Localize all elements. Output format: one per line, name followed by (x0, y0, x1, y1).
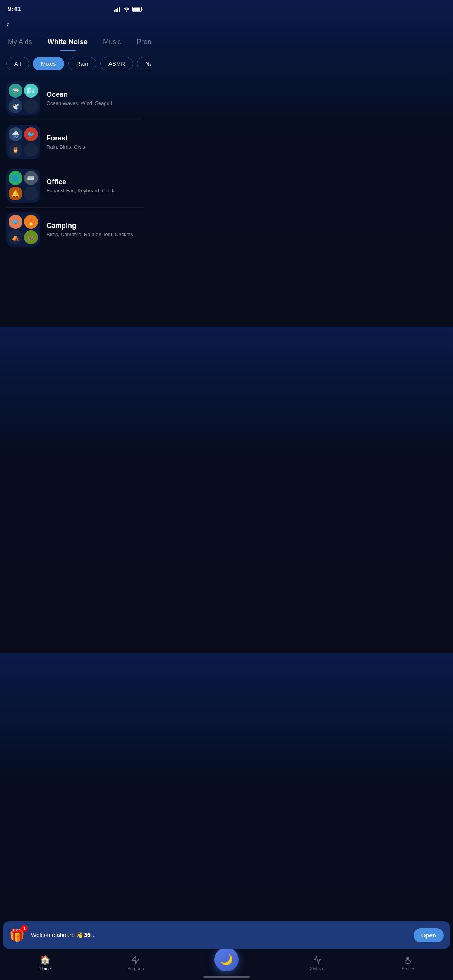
status-icons (114, 7, 143, 12)
svg-rect-1 (116, 9, 117, 12)
camping-icon-2: 🔥 (24, 215, 38, 229)
forest-icon-2: 🐦 (24, 127, 38, 141)
camping-name: Camping (46, 222, 145, 230)
forest-desc: Rain, Birds, Owls (46, 144, 145, 150)
ocean-info: Ocean Ocean Waves, Wind, Seagull (46, 91, 145, 106)
ocean-icon-3: 🕊️ (9, 99, 22, 113)
forest-icon-4 (24, 143, 38, 157)
ocean-name: Ocean (46, 91, 145, 99)
forest-info: Forest Rain, Birds, Owls (46, 134, 145, 150)
camping-icons-grid: 🐦 🔥 ⛺ 🦗 (6, 212, 40, 247)
sound-item-camping[interactable]: 🐦 🔥 ⛺ 🦗 Camping Birds, Campfire, Rain on… (0, 208, 151, 251)
tab-my-aids[interactable]: My Aids (0, 36, 40, 51)
camping-icon-1: 🐦 (9, 215, 22, 229)
filter-asmr[interactable]: ASMR (100, 57, 133, 70)
ocean-icon-4 (24, 99, 38, 113)
ocean-desc: Ocean Waves, Wind, Seagull (46, 100, 145, 106)
forest-icons-grid: 🌧️ 🐦 🦉 (6, 125, 40, 159)
filter-nature[interactable]: Nature (137, 57, 151, 70)
filter-row: All Mixes Rain ASMR Nature Anim (0, 51, 151, 74)
camping-icon-3: ⛺ (9, 230, 22, 244)
camping-icon-4: 🦗 (24, 230, 38, 244)
camping-desc: Birds, Campfire, Rain on Tent, Crickets (46, 231, 145, 237)
sound-item-office[interactable]: 🌀 ⌨️ 🔔 Office Exhaust Fan, Keyboard, Clo… (0, 164, 151, 207)
forest-icon-3: 🦉 (9, 143, 22, 157)
tab-premium[interactable]: Premium (129, 36, 151, 51)
office-icon-2: ⌨️ (24, 171, 38, 185)
filter-mixes[interactable]: Mixes (33, 57, 64, 70)
forest-icon-1: 🌧️ (9, 127, 22, 141)
tab-music[interactable]: Music (95, 36, 129, 51)
office-info: Office Exhaust Fan, Keyboard, Clock (46, 178, 145, 194)
sound-item-ocean[interactable]: 🦈 🌬️ 🕊️ Ocean Ocean Waves, Wind, Seagull (0, 77, 151, 120)
ocean-icons-grid: 🦈 🌬️ 🕊️ (6, 81, 40, 115)
forest-name: Forest (46, 134, 145, 142)
ocean-icon-2: 🌬️ (24, 84, 38, 98)
svg-rect-5 (133, 8, 140, 11)
svg-rect-2 (117, 8, 118, 12)
office-icon-3: 🔔 (9, 187, 22, 200)
camping-info: Camping Birds, Campfire, Rain on Tent, C… (46, 222, 145, 237)
office-icon-1: 🌀 (9, 171, 22, 185)
wifi-icon (123, 7, 130, 12)
sound-list: 🦈 🌬️ 🕊️ Ocean Ocean Waves, Wind, Seagull… (0, 74, 151, 251)
back-button[interactable]: ‹ (0, 16, 151, 31)
svg-rect-0 (114, 10, 115, 12)
svg-rect-3 (119, 7, 120, 12)
tab-navigation: My Aids White Noise Music Premium (0, 31, 151, 51)
filter-rain[interactable]: Rain (68, 57, 96, 70)
sound-item-forest[interactable]: 🌧️ 🐦 🦉 Forest Rain, Birds, Owls (0, 120, 151, 164)
office-name: Office (46, 178, 145, 186)
status-time: 9:41 (8, 5, 21, 13)
office-desc: Exhaust Fan, Keyboard, Clock (46, 188, 145, 194)
office-icons-grid: 🌀 ⌨️ 🔔 (6, 169, 40, 203)
status-bar: 9:41 (0, 0, 151, 16)
signal-icon (114, 7, 121, 12)
office-icon-4 (24, 187, 38, 200)
tab-white-noise[interactable]: White Noise (40, 36, 95, 51)
battery-icon (132, 7, 143, 12)
ocean-icon-1: 🦈 (9, 84, 22, 98)
filter-all[interactable]: All (6, 57, 29, 70)
